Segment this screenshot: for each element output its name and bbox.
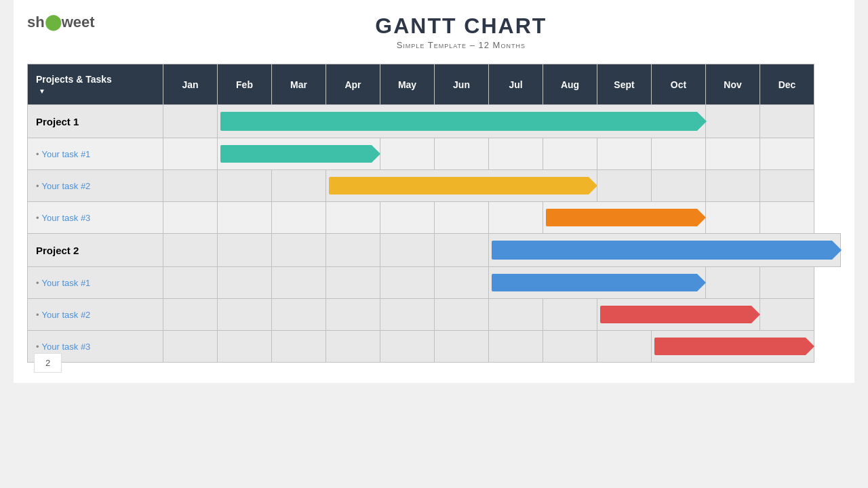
t12-bar-cell <box>326 170 597 202</box>
gantt-chart: Projects & Tasks ▼ Jan Feb Mar Apr May J… <box>14 57 854 376</box>
t13-jul <box>489 202 543 234</box>
project-1-bar <box>220 112 697 131</box>
task-2-2-row: •Your task #2 <box>28 299 841 331</box>
task-2-3-row: •Your task #3 <box>28 331 841 363</box>
task-1-3-row: •Your task #3 <box>28 202 841 234</box>
task-1-2-row: •Your task #2 <box>28 170 841 202</box>
t13-nov <box>706 202 760 234</box>
p2-may <box>380 234 435 267</box>
t12-oct <box>652 170 706 202</box>
subtitle: Simple Template – 12 Months <box>95 40 827 50</box>
title-block: Gantt Chart Simple Template – 12 Months <box>95 14 841 50</box>
p2-feb <box>218 234 272 267</box>
t13-may <box>380 202 435 234</box>
t13-jun <box>435 202 489 234</box>
p2-apr <box>326 234 380 267</box>
t13-apr <box>326 202 380 234</box>
t13-jan <box>163 202 218 234</box>
task-1-1-bar <box>220 145 372 163</box>
month-mar: Mar <box>272 64 326 105</box>
project-1-row: Project 1 <box>28 105 841 138</box>
task-2-2-bar <box>600 306 751 323</box>
tasks-column-header: Projects & Tasks ▼ <box>28 64 163 105</box>
t21-bar-cell <box>489 267 706 299</box>
page-header: sh⬤weet Gantt Chart Simple Template – 12… <box>14 14 854 57</box>
task-1-3-bar <box>546 209 697 226</box>
t11-dec <box>760 138 814 170</box>
gantt-table: Projects & Tasks ▼ Jan Feb Mar Apr May J… <box>27 64 841 363</box>
task-2-2-label: •Your task #2 <box>28 299 163 331</box>
task-2-1-row: •Your task #1 <box>28 267 841 299</box>
t12-feb <box>218 170 272 202</box>
month-jan: Jan <box>163 64 218 105</box>
page-number: 2 <box>34 353 62 373</box>
t11-nov <box>706 138 760 170</box>
p2-bar-cell <box>489 234 841 267</box>
project-1-label: Project 1 <box>28 105 163 138</box>
month-feb: Feb <box>218 64 272 105</box>
t12-jan <box>163 170 218 202</box>
p2-jan <box>163 234 218 267</box>
logo-text: sh⬤weet <box>27 14 95 31</box>
page-container: sh⬤weet Gantt Chart Simple Template – 12… <box>14 0 854 383</box>
p1-bar-cell <box>218 105 706 138</box>
t11-sept <box>597 138 652 170</box>
header-row: Projects & Tasks ▼ Jan Feb Mar Apr May J… <box>28 64 841 105</box>
t11-bar-cell <box>218 138 380 170</box>
t12-dec <box>760 170 814 202</box>
t11-jan <box>163 138 218 170</box>
t11-aug <box>543 138 597 170</box>
t13-feb <box>218 202 272 234</box>
t23-bar-cell <box>652 331 814 363</box>
p1-nov <box>706 105 760 138</box>
p1-dec <box>760 105 814 138</box>
t13-dec <box>760 202 814 234</box>
t13-mar <box>272 202 326 234</box>
month-dec: Dec <box>760 64 814 105</box>
month-jun: Jun <box>435 64 489 105</box>
task-1-1-row: •Your task #1 <box>28 138 841 170</box>
month-jul: Jul <box>489 64 543 105</box>
month-sept: Sept <box>597 64 652 105</box>
t12-nov <box>706 170 760 202</box>
t12-mar <box>272 170 326 202</box>
logo: sh⬤weet <box>27 14 95 31</box>
task-1-1-label: •Your task #1 <box>28 138 163 170</box>
month-may: May <box>380 64 435 105</box>
month-apr: Apr <box>326 64 380 105</box>
task-1-3-label: •Your task #3 <box>28 202 163 234</box>
p2-jun <box>435 234 489 267</box>
project-2-label: Project 2 <box>28 234 163 267</box>
month-oct: Oct <box>652 64 706 105</box>
project-2-bar <box>492 241 832 260</box>
month-nov: Nov <box>706 64 760 105</box>
task-2-3-bar <box>654 338 806 355</box>
dropdown-arrow-icon: ▼ <box>39 87 45 95</box>
t11-may <box>380 138 435 170</box>
main-title: Gantt Chart <box>95 14 827 39</box>
t11-oct <box>652 138 706 170</box>
task-2-1-label: •Your task #1 <box>28 267 163 299</box>
task-2-1-bar <box>492 274 697 291</box>
p2-mar <box>272 234 326 267</box>
p1-jan <box>163 105 218 138</box>
t13-bar-cell <box>543 202 706 234</box>
project-2-row: Project 2 <box>28 234 841 267</box>
t11-jul <box>489 138 543 170</box>
t22-bar-cell <box>597 299 760 331</box>
task-1-2-label: •Your task #2 <box>28 170 163 202</box>
t12-sept <box>597 170 652 202</box>
task-1-2-bar <box>329 177 589 195</box>
t11-jun <box>435 138 489 170</box>
month-aug: Aug <box>543 64 597 105</box>
